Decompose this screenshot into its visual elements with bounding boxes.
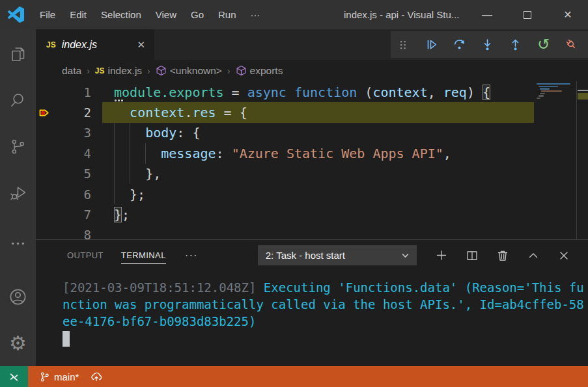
- breadcrumb-separator: ›: [87, 66, 90, 76]
- breadcrumb-item[interactable]: exports: [236, 65, 283, 77]
- close-button[interactable]: ✕: [548, 0, 588, 29]
- remote-icon: [8, 371, 20, 382]
- panel-actions: [435, 249, 588, 262]
- close-panel-icon[interactable]: [557, 249, 570, 262]
- indent-guide: [114, 123, 115, 205]
- menu-file[interactable]: File: [33, 0, 63, 29]
- window-title: index.js - api - Visual Stu...: [344, 0, 459, 29]
- code-line-1[interactable]: 1module.exports = async function (contex…: [36, 82, 534, 102]
- code-editor[interactable]: 1module.exports = async function (contex…: [36, 81, 588, 239]
- debug-step-into-icon[interactable]: [480, 38, 494, 52]
- debug-gripper-icon: [396, 38, 410, 52]
- breadcrumb-item[interactable]: JSindex.js: [95, 65, 142, 77]
- debug-step-out-icon[interactable]: [509, 38, 523, 52]
- menu-[interactable]: ···: [244, 0, 268, 29]
- minimize-icon: —: [482, 9, 492, 21]
- editor-tab-bar: JS index.js ✕ ↺: [36, 29, 588, 60]
- debug-restart-icon[interactable]: ↺: [537, 38, 551, 52]
- line-number: 2: [62, 105, 102, 120]
- breadcrumb-item[interactable]: <unknown>: [156, 65, 222, 77]
- maximize-panel-icon[interactable]: [527, 249, 540, 262]
- activity-source-control-icon[interactable]: [0, 124, 36, 170]
- menu-edit[interactable]: Edit: [63, 0, 94, 29]
- remote-indicator[interactable]: [0, 366, 28, 387]
- breadcrumb-separator: ›: [147, 66, 150, 76]
- js-icon: JS: [95, 66, 105, 75]
- panel-more-icon[interactable]: ···: [185, 249, 198, 262]
- source-control-branch-icon: [39, 371, 50, 382]
- terminal-select-value: 2: Task - host start: [266, 250, 345, 261]
- overview-ruler[interactable]: [576, 81, 588, 239]
- status-bar: main*: [0, 366, 588, 387]
- panel-tab-terminal[interactable]: TERMINAL: [121, 247, 166, 264]
- activity-files-icon[interactable]: [0, 31, 36, 77]
- new-terminal-icon[interactable]: [435, 249, 448, 262]
- minimap[interactable]: [534, 83, 575, 100]
- terminal-select[interactable]: 2: Task - host start: [258, 245, 417, 265]
- publish-status-item[interactable]: [90, 371, 103, 382]
- line-number: 7: [62, 207, 102, 222]
- hint-diagnostic-dots: [115, 100, 117, 101]
- terminal-output[interactable]: [2021-03-09T18:51:12.048Z] Executing 'Fu…: [36, 271, 588, 366]
- debug-disconnect-icon[interactable]: [565, 38, 579, 52]
- activity-account-icon[interactable]: [0, 274, 36, 320]
- bottom-panel: OUTPUTTERMINAL ··· 2: Task - host start …: [36, 239, 588, 366]
- symbol-namespace-icon: [156, 65, 167, 76]
- symbol-namespace-icon: [236, 65, 247, 76]
- indent-guide: [145, 143, 146, 163]
- code-line-7[interactable]: 7};: [36, 204, 534, 224]
- activity-search-icon[interactable]: [0, 77, 36, 124]
- menu-go[interactable]: Go: [184, 0, 211, 29]
- code-line-3[interactable]: 3 body: {: [36, 123, 534, 143]
- line-number: 3: [62, 126, 102, 140]
- line-number: 5: [62, 167, 102, 181]
- debug-step-over-icon[interactable]: [452, 38, 466, 52]
- branch-status-item[interactable]: main*: [39, 371, 79, 382]
- debug-continue-icon[interactable]: [424, 38, 438, 52]
- panel-tab-output[interactable]: OUTPUT: [67, 247, 104, 263]
- tab-label: index.js: [62, 39, 135, 51]
- panel-header: OUTPUTTERMINAL ··· 2: Task - host start: [36, 240, 588, 271]
- window-controls: — ✕: [467, 0, 588, 29]
- code-line-6[interactable]: 6 };: [36, 184, 534, 204]
- code-line-5[interactable]: 5 },: [36, 164, 534, 184]
- terminal-text: [2021-03-09T18:51:12.048Z] Executing 'Fu…: [63, 279, 587, 330]
- maximize-button[interactable]: [507, 0, 548, 29]
- breadcrumb-item[interactable]: data: [62, 65, 81, 77]
- kill-terminal-icon[interactable]: [496, 249, 509, 262]
- line-number: 4: [62, 146, 102, 161]
- tab-index-js[interactable]: JS index.js ✕: [36, 29, 154, 60]
- menu-selection[interactable]: Selection: [94, 0, 148, 29]
- menu-view[interactable]: View: [148, 0, 184, 29]
- activity-run-and-debug-icon[interactable]: [0, 170, 36, 216]
- breadcrumb-separator: ›: [227, 66, 231, 76]
- code-line-4[interactable]: 4 message: "Azure Static Web Apps API",: [36, 143, 534, 163]
- chevron-down-icon: [402, 253, 409, 258]
- line-number: 6: [62, 187, 102, 202]
- publish-cloud-icon: [90, 371, 103, 382]
- maximize-icon: [524, 11, 531, 19]
- activity-more-icon[interactable]: [0, 230, 36, 256]
- line-number: 8: [62, 228, 102, 239]
- vscode-logo-icon: [8, 7, 24, 23]
- activity-bar: ⚙: [0, 29, 36, 366]
- menu-run[interactable]: Run: [211, 0, 244, 29]
- menu-bar: FileEditSelectionViewGoRun···: [33, 0, 268, 29]
- code-line-8[interactable]: 8: [36, 225, 534, 239]
- branch-name: main*: [54, 371, 79, 382]
- line-number: 1: [62, 85, 102, 100]
- minimize-button[interactable]: —: [467, 0, 507, 29]
- current-breakpoint-icon[interactable]: [36, 107, 62, 119]
- code-line-2[interactable]: 2 context.res = {: [36, 102, 534, 122]
- activity-settings-gear-icon[interactable]: ⚙: [0, 320, 36, 366]
- title-bar: FileEditSelectionViewGoRun··· index.js -…: [0, 0, 588, 29]
- debug-toolbar: ↺: [391, 31, 588, 58]
- indent-guide: [130, 123, 130, 184]
- tab-close-icon[interactable]: ✕: [134, 38, 148, 52]
- terminal-cursor: [63, 331, 70, 347]
- vscode-window: FileEditSelectionViewGoRun··· index.js -…: [0, 0, 588, 387]
- js-file-icon: JS: [46, 40, 56, 49]
- close-icon: ✕: [563, 8, 572, 21]
- breadcrumb: data›JSindex.js›<unknown>›exports: [36, 60, 588, 81]
- split-terminal-icon[interactable]: [466, 249, 479, 262]
